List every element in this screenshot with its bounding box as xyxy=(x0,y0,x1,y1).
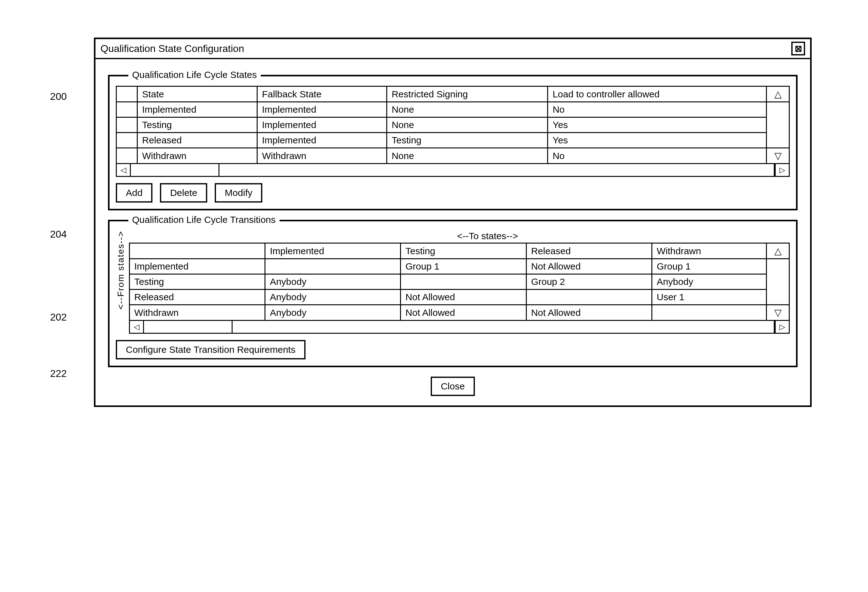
trans-col-testing: Testing xyxy=(401,243,526,259)
trans-hscroll[interactable]: ◁ ▷ xyxy=(129,321,790,334)
states-scroll-down[interactable]: ▽ xyxy=(766,148,790,164)
trans-col-withdrawn: Withdrawn xyxy=(652,243,766,259)
trans-hscroll-thumb[interactable] xyxy=(144,321,233,334)
main-window: Qualification State Configuration ⊠ Qual… xyxy=(94,38,812,407)
trans-hscroll-right-icon[interactable]: ▷ xyxy=(775,321,790,334)
states-scroll-up[interactable]: △ xyxy=(766,86,790,102)
transitions-groupbox: Qualification Life Cycle Transitions <--… xyxy=(108,220,797,367)
modify-button[interactable]: Modify xyxy=(215,183,262,202)
window-title: Qualification State Configuration xyxy=(100,43,244,55)
col-restricted: Restricted Signing xyxy=(387,86,548,102)
col-load: Load to controller allowed xyxy=(548,86,766,102)
table-row[interactable]: Withdrawn Withdrawn None No ▽ xyxy=(117,148,790,164)
table-row[interactable]: Released Anybody Not Allowed User 1 xyxy=(130,289,790,305)
to-states-label: <--To states--> xyxy=(185,231,790,241)
trans-scroll-up[interactable]: △ xyxy=(766,243,790,259)
states-groupbox: Qualification Life Cycle States State Fa… xyxy=(108,75,797,210)
hscroll-left-icon[interactable]: ◁ xyxy=(116,164,131,177)
states-rowhead-blank xyxy=(117,86,137,102)
transitions-group-label: Qualification Life Cycle Transitions xyxy=(128,214,279,225)
trans-scroll-track[interactable] xyxy=(766,259,790,305)
table-row[interactable]: Implemented Implemented None No xyxy=(117,102,790,117)
add-button[interactable]: Add xyxy=(116,183,152,202)
trans-hscroll-left-icon[interactable]: ◁ xyxy=(129,321,144,334)
states-table: State Fallback State Restricted Signing … xyxy=(116,86,790,164)
trans-scroll-down[interactable]: ▽ xyxy=(766,305,790,320)
delete-button[interactable]: Delete xyxy=(160,183,207,202)
table-row[interactable]: Implemented Group 1 Not Allowed Group 1 xyxy=(130,259,790,274)
from-states-label: <--From states--> xyxy=(116,231,126,328)
table-row[interactable]: Released Implemented Testing Yes xyxy=(117,133,790,148)
table-row[interactable]: Testing Implemented None Yes xyxy=(117,117,790,133)
states-group-label: Qualification Life Cycle States xyxy=(128,69,261,80)
titlebar: Qualification State Configuration ⊠ xyxy=(96,39,810,59)
transitions-table: Implemented Testing Released Withdrawn △… xyxy=(129,243,790,321)
callout-200: 200 xyxy=(50,91,67,102)
configure-transition-button[interactable]: Configure State Transition Requirements xyxy=(116,340,306,359)
callout-210: 210 xyxy=(50,430,67,432)
states-header-row: State Fallback State Restricted Signing … xyxy=(117,86,790,102)
close-button[interactable]: Close xyxy=(431,376,475,396)
col-fallback: Fallback State xyxy=(257,86,387,102)
trans-hscroll-track[interactable] xyxy=(233,321,775,334)
trans-col-implemented: Implemented xyxy=(265,243,401,259)
callout-222: 222 xyxy=(50,368,67,379)
callout-202: 202 xyxy=(50,312,67,323)
transitions-header-row: Implemented Testing Released Withdrawn △ xyxy=(130,243,790,259)
callout-204: 204 xyxy=(50,229,67,240)
states-hscroll[interactable]: ◁ ▷ xyxy=(116,164,790,177)
table-row[interactable]: Testing Anybody Group 2 Anybody xyxy=(130,274,790,289)
trans-col-released: Released xyxy=(526,243,652,259)
table-row[interactable]: Withdrawn Anybody Not Allowed Not Allowe… xyxy=(130,305,790,320)
hscroll-thumb[interactable] xyxy=(131,164,219,177)
col-state: State xyxy=(137,86,257,102)
states-scroll-track[interactable] xyxy=(766,102,790,148)
close-icon[interactable]: ⊠ xyxy=(791,41,805,55)
hscroll-right-icon[interactable]: ▷ xyxy=(775,164,790,177)
hscroll-track[interactable] xyxy=(219,164,775,177)
trans-blank-corner xyxy=(130,243,265,259)
